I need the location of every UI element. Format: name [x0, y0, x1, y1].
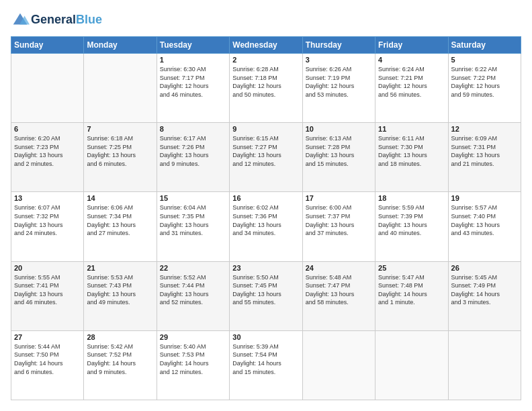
day-info: Sunrise: 5:44 AM Sunset: 7:50 PM Dayligh… [14, 342, 81, 376]
day-number: 29 [160, 333, 226, 341]
day-info: Sunrise: 6:30 AM Sunset: 7:17 PM Dayligh… [160, 65, 226, 99]
day-info: Sunrise: 6:26 AM Sunset: 7:19 PM Dayligh… [306, 65, 372, 99]
day-info: Sunrise: 6:04 AM Sunset: 7:35 PM Dayligh… [160, 203, 226, 237]
logo: GeneralBlue [11, 11, 102, 30]
calendar-day-cell: 11Sunrise: 6:11 AM Sunset: 7:30 PM Dayli… [375, 123, 448, 192]
day-info: Sunrise: 6:07 AM Sunset: 7:32 PM Dayligh… [14, 203, 81, 237]
calendar-day-cell: 20Sunrise: 5:55 AM Sunset: 7:41 PM Dayli… [11, 261, 84, 330]
calendar-day-cell [302, 330, 375, 400]
calendar-week-row: 1Sunrise: 6:30 AM Sunset: 7:17 PM Daylig… [11, 54, 521, 123]
calendar-day-cell: 12Sunrise: 6:09 AM Sunset: 7:31 PM Dayli… [448, 123, 521, 192]
day-info: Sunrise: 6:24 AM Sunset: 7:21 PM Dayligh… [378, 65, 445, 99]
day-info: Sunrise: 6:00 AM Sunset: 7:37 PM Dayligh… [306, 203, 372, 237]
calendar-week-row: 27Sunrise: 5:44 AM Sunset: 7:50 PM Dayli… [11, 330, 521, 400]
day-number: 12 [451, 125, 518, 133]
calendar-day-cell: 17Sunrise: 6:00 AM Sunset: 7:37 PM Dayli… [302, 192, 375, 261]
day-number: 7 [87, 125, 153, 133]
day-info: Sunrise: 6:18 AM Sunset: 7:25 PM Dayligh… [87, 134, 153, 168]
day-number: 16 [232, 194, 299, 202]
calendar-day-header: Wednesday [230, 37, 302, 54]
calendar-day-cell [84, 54, 157, 123]
calendar-day-cell: 30Sunrise: 5:39 AM Sunset: 7:54 PM Dayli… [230, 330, 302, 400]
calendar-week-row: 13Sunrise: 6:07 AM Sunset: 7:32 PM Dayli… [11, 192, 521, 261]
day-info: Sunrise: 5:57 AM Sunset: 7:40 PM Dayligh… [451, 203, 518, 237]
calendar-day-cell: 1Sunrise: 6:30 AM Sunset: 7:17 PM Daylig… [157, 54, 229, 123]
day-number: 9 [232, 125, 299, 133]
day-info: Sunrise: 5:47 AM Sunset: 7:48 PM Dayligh… [378, 273, 445, 307]
calendar-day-cell: 14Sunrise: 6:06 AM Sunset: 7:34 PM Dayli… [84, 192, 157, 261]
calendar-week-row: 20Sunrise: 5:55 AM Sunset: 7:41 PM Dayli… [11, 261, 521, 330]
day-number: 3 [306, 56, 372, 64]
logo-icon [11, 11, 30, 30]
day-number: 5 [451, 56, 518, 64]
day-number: 19 [451, 194, 518, 202]
calendar-week-row: 6Sunrise: 6:20 AM Sunset: 7:23 PM Daylig… [11, 123, 521, 192]
day-info: Sunrise: 6:22 AM Sunset: 7:22 PM Dayligh… [451, 65, 518, 99]
calendar-day-cell: 26Sunrise: 5:45 AM Sunset: 7:49 PM Dayli… [448, 261, 521, 330]
day-number: 6 [14, 125, 81, 133]
calendar-day-cell: 29Sunrise: 5:40 AM Sunset: 7:53 PM Dayli… [157, 330, 229, 400]
day-number: 21 [87, 264, 153, 272]
calendar-day-header: Tuesday [157, 37, 229, 54]
day-info: Sunrise: 5:55 AM Sunset: 7:41 PM Dayligh… [14, 273, 81, 307]
day-info: Sunrise: 5:50 AM Sunset: 7:45 PM Dayligh… [232, 273, 299, 307]
day-number: 13 [14, 194, 81, 202]
calendar-day-cell: 21Sunrise: 5:53 AM Sunset: 7:43 PM Dayli… [84, 261, 157, 330]
day-info: Sunrise: 5:48 AM Sunset: 7:47 PM Dayligh… [306, 273, 372, 307]
day-info: Sunrise: 6:17 AM Sunset: 7:26 PM Dayligh… [160, 134, 226, 168]
day-info: Sunrise: 6:13 AM Sunset: 7:28 PM Dayligh… [306, 134, 372, 168]
calendar-day-cell: 22Sunrise: 5:52 AM Sunset: 7:44 PM Dayli… [157, 261, 229, 330]
day-number: 10 [306, 125, 372, 133]
logo-text: GeneralBlue [31, 13, 102, 27]
day-info: Sunrise: 6:15 AM Sunset: 7:27 PM Dayligh… [232, 134, 299, 168]
calendar-day-cell: 25Sunrise: 5:47 AM Sunset: 7:48 PM Dayli… [375, 261, 448, 330]
calendar-day-header: Friday [375, 37, 448, 54]
calendar-day-cell [448, 330, 521, 400]
calendar-day-cell: 2Sunrise: 6:28 AM Sunset: 7:18 PM Daylig… [230, 54, 302, 123]
day-number: 14 [87, 194, 153, 202]
calendar-day-cell: 6Sunrise: 6:20 AM Sunset: 7:23 PM Daylig… [11, 123, 84, 192]
day-number: 1 [160, 56, 226, 64]
calendar-day-cell: 13Sunrise: 6:07 AM Sunset: 7:32 PM Dayli… [11, 192, 84, 261]
day-number: 26 [451, 264, 518, 272]
calendar-day-cell: 9Sunrise: 6:15 AM Sunset: 7:27 PM Daylig… [230, 123, 302, 192]
day-info: Sunrise: 5:39 AM Sunset: 7:54 PM Dayligh… [232, 342, 299, 376]
header: GeneralBlue [11, 11, 521, 30]
day-number: 17 [306, 194, 372, 202]
page: GeneralBlue SundayMondayTuesdayWednesday… [0, 0, 532, 411]
calendar-day-cell: 4Sunrise: 6:24 AM Sunset: 7:21 PM Daylig… [375, 54, 448, 123]
day-info: Sunrise: 6:09 AM Sunset: 7:31 PM Dayligh… [451, 134, 518, 168]
calendar-day-cell: 7Sunrise: 6:18 AM Sunset: 7:25 PM Daylig… [84, 123, 157, 192]
day-info: Sunrise: 6:02 AM Sunset: 7:36 PM Dayligh… [232, 203, 299, 237]
calendar-day-cell: 15Sunrise: 6:04 AM Sunset: 7:35 PM Dayli… [157, 192, 229, 261]
day-number: 8 [160, 125, 226, 133]
day-info: Sunrise: 5:53 AM Sunset: 7:43 PM Dayligh… [87, 273, 153, 307]
day-number: 11 [378, 125, 445, 133]
day-info: Sunrise: 5:52 AM Sunset: 7:44 PM Dayligh… [160, 273, 226, 307]
calendar-day-cell: 28Sunrise: 5:42 AM Sunset: 7:52 PM Dayli… [84, 330, 157, 400]
day-info: Sunrise: 6:28 AM Sunset: 7:18 PM Dayligh… [232, 65, 299, 99]
calendar-day-cell: 24Sunrise: 5:48 AM Sunset: 7:47 PM Dayli… [302, 261, 375, 330]
day-number: 20 [14, 264, 81, 272]
day-number: 2 [232, 56, 299, 64]
day-number: 24 [306, 264, 372, 272]
calendar-day-cell: 5Sunrise: 6:22 AM Sunset: 7:22 PM Daylig… [448, 54, 521, 123]
calendar-header-row: SundayMondayTuesdayWednesdayThursdayFrid… [11, 37, 521, 54]
calendar-day-header: Sunday [11, 37, 84, 54]
day-number: 23 [232, 264, 299, 272]
day-number: 28 [87, 333, 153, 341]
calendar-day-cell: 10Sunrise: 6:13 AM Sunset: 7:28 PM Dayli… [302, 123, 375, 192]
day-number: 25 [378, 264, 445, 272]
day-info: Sunrise: 5:59 AM Sunset: 7:39 PM Dayligh… [378, 203, 445, 237]
calendar-day-header: Saturday [448, 37, 521, 54]
calendar-day-cell: 27Sunrise: 5:44 AM Sunset: 7:50 PM Dayli… [11, 330, 84, 400]
calendar-day-cell: 23Sunrise: 5:50 AM Sunset: 7:45 PM Dayli… [230, 261, 302, 330]
calendar-day-cell: 3Sunrise: 6:26 AM Sunset: 7:19 PM Daylig… [302, 54, 375, 123]
calendar-day-header: Thursday [302, 37, 375, 54]
day-info: Sunrise: 6:11 AM Sunset: 7:30 PM Dayligh… [378, 134, 445, 168]
calendar-table: SundayMondayTuesdayWednesdayThursdayFrid… [11, 36, 521, 400]
day-info: Sunrise: 6:20 AM Sunset: 7:23 PM Dayligh… [14, 134, 81, 168]
calendar-day-cell [11, 54, 84, 123]
calendar-day-cell: 16Sunrise: 6:02 AM Sunset: 7:36 PM Dayli… [230, 192, 302, 261]
day-number: 27 [14, 333, 81, 341]
